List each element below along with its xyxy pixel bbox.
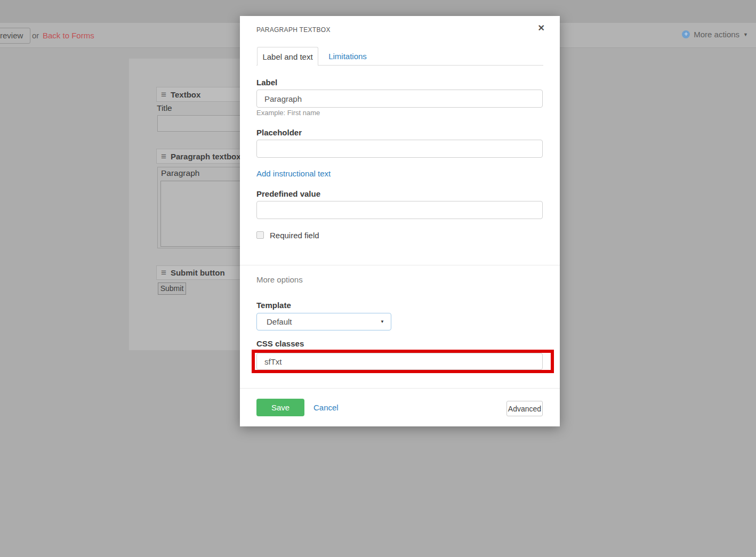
annotation-highlight-box [252, 350, 554, 373]
template-selected-value: Default [267, 317, 292, 326]
textbox-field-label: Title [157, 103, 172, 113]
submit-button-preview: Submit [158, 282, 186, 295]
widget-header-label: Submit button [171, 268, 225, 277]
more-actions-button[interactable]: + More actions ▼ [682, 30, 748, 39]
required-field-label: Required field [270, 231, 319, 240]
widget-header-label: Textbox [171, 90, 200, 99]
or-text: or [32, 31, 39, 40]
back-to-forms-link[interactable]: Back to Forms [43, 31, 94, 40]
paragraph-textbox-dialog: PARAGRAPH TEXTBOX ✕ Label and text Limit… [240, 16, 560, 426]
label-field-label: Label [256, 78, 277, 87]
predefined-value-label: Predefined value [256, 189, 320, 198]
more-options-label: More options [256, 275, 303, 284]
paragraph-field-label: Paragraph [161, 168, 199, 178]
label-input[interactable] [256, 90, 543, 108]
more-actions-label: More actions [694, 30, 739, 39]
footer-divider [240, 388, 560, 389]
css-classes-input[interactable] [256, 353, 543, 370]
dialog-title: PARAGRAPH TEXTBOX [256, 26, 331, 34]
template-select[interactable]: Default ▼ [256, 313, 391, 330]
drag-handle-icon[interactable]: ≡ [161, 268, 166, 277]
select-caret-icon: ▼ [380, 319, 384, 324]
label-hint: Example: First name [256, 109, 320, 117]
tab-limitations[interactable]: Limitations [318, 47, 377, 66]
tab-label-and-text[interactable]: Label and text [257, 47, 318, 66]
placeholder-input[interactable] [256, 140, 543, 158]
close-icon[interactable]: ✕ [538, 23, 545, 33]
template-label: Template [256, 301, 291, 310]
advanced-button[interactable]: Advanced [506, 401, 543, 416]
plus-circle-icon: + [682, 30, 690, 38]
predefined-value-input[interactable] [256, 201, 543, 219]
add-instructional-text-link[interactable]: Add instructional text [256, 169, 331, 178]
preview-button[interactable]: Preview [0, 28, 30, 44]
chevron-down-icon: ▼ [743, 32, 748, 37]
required-field-checkbox[interactable] [256, 231, 264, 239]
widget-header-label: Paragraph textbox [171, 152, 241, 161]
drag-handle-icon[interactable]: ≡ [161, 152, 166, 161]
section-divider [240, 265, 560, 265]
drag-handle-icon[interactable]: ≡ [161, 90, 166, 99]
css-classes-label: CSS classes [256, 339, 304, 348]
save-button[interactable]: Save [256, 399, 304, 416]
cancel-link[interactable]: Cancel [313, 403, 339, 412]
placeholder-field-label: Placeholder [256, 128, 302, 137]
